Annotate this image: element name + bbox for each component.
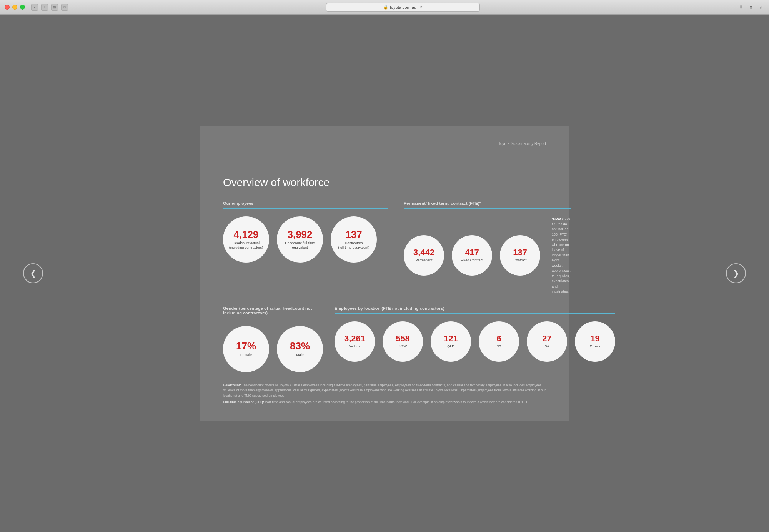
headcount-fte-circle: 3,992 Headcount full-timeequivalent <box>277 216 323 263</box>
expats-circle: 19 Expats <box>575 321 615 362</box>
contractors-circle: 137 Contractors(full-time equivalent) <box>331 216 377 263</box>
female-label: Female <box>240 353 252 357</box>
fte-section: Permanent/ fixed-term/ contract (FTE)* 3… <box>404 201 571 294</box>
fte-note: *Note these figures do not include 133 (… <box>552 216 571 294</box>
list-item: 137 Contract <box>500 235 540 276</box>
location-heading: Employees by location (FTE not including… <box>335 306 615 311</box>
sa-number: 27 <box>542 334 551 343</box>
sa-label: SA <box>544 344 549 349</box>
bookmark-icon[interactable]: ☆ <box>757 4 764 11</box>
nsw-label: NSW <box>399 344 407 349</box>
footer-note-fte: Full-time equivalent (FTE): Part-time an… <box>223 400 546 405</box>
url-bar[interactable]: 🔒 toyota.com.au ↺ <box>326 3 480 12</box>
minimize-button[interactable] <box>12 5 17 10</box>
contract-circle: 137 Contract <box>500 235 540 276</box>
fte-circles: 3,442 Permanent 417 Fixed Contract <box>404 216 571 294</box>
fte-heading-bold: Permanent/ fixed-term/ contract (FTE)* <box>404 201 481 206</box>
employees-heading-bold: Our employees <box>223 201 253 206</box>
top-sections: Our employees 4,129 Headcount actual(inc… <box>223 201 546 294</box>
browser-area: ❮ Toyota Sustainability Report Overview … <box>0 15 769 532</box>
share-icon[interactable]: ⬆ <box>747 4 754 11</box>
footer-note-headcount: Headcount: The headcount covers all Toyo… <box>223 383 546 399</box>
qld-circle: 121 QLD <box>431 321 471 362</box>
gender-circles: 17% Female 83% Male <box>223 326 323 372</box>
home-button[interactable]: □ <box>61 4 68 11</box>
list-item: 3,992 Headcount full-timeequivalent <box>277 216 323 263</box>
female-number: 17% <box>236 341 256 352</box>
fixed-contract-circle: 417 Fixed Contract <box>452 235 492 276</box>
expats-label: Expats <box>590 344 601 349</box>
titlebar-actions: ⬇ ⬆ ☆ <box>737 4 764 11</box>
male-number: 83% <box>290 341 310 352</box>
male-circle: 83% Male <box>277 326 323 372</box>
list-item: 83% Male <box>277 326 323 372</box>
gender-heading: Gender (percentage of actual headcount n… <box>223 306 323 315</box>
victoria-number: 3,261 <box>344 334 365 343</box>
location-divider <box>335 313 615 314</box>
prev-button[interactable]: ❮ <box>23 263 43 283</box>
list-item: 3,261 Victoria <box>335 321 375 362</box>
list-item: 121 QLD <box>431 321 471 362</box>
reload-icon: ↺ <box>419 5 423 9</box>
fte-heading: Permanent/ fixed-term/ contract (FTE)* <box>404 201 571 206</box>
permanent-circle: 3,442 Permanent <box>404 235 444 276</box>
refresh-button[interactable]: ⊡ <box>51 4 58 11</box>
nsw-circle: 558 NSW <box>383 321 423 362</box>
list-item: 6 NT <box>479 321 519 362</box>
report-label: Toyota Sustainability Report <box>223 141 546 146</box>
gender-section: Gender (percentage of actual headcount n… <box>223 306 323 372</box>
fixed-contract-label: Fixed Contract <box>461 258 483 263</box>
contract-number: 137 <box>513 248 527 257</box>
contract-label: Contract <box>513 258 526 263</box>
maximize-button[interactable] <box>20 5 25 10</box>
qld-number: 121 <box>444 334 458 343</box>
nsw-number: 558 <box>396 334 410 343</box>
headcount-actual-circle: 4,129 Headcount actual(including contrac… <box>223 216 269 263</box>
victoria-circle: 3,261 Victoria <box>335 321 375 362</box>
permanent-label: Permanent <box>415 258 432 263</box>
gender-divider <box>223 318 300 318</box>
contractors-number: 137 <box>345 229 362 240</box>
nt-label: NT <box>497 344 501 349</box>
sa-circle: 27 SA <box>527 321 567 362</box>
list-item: 17% Female <box>223 326 269 372</box>
fixed-contract-number: 417 <box>465 248 479 257</box>
employees-circles: 4,129 Headcount actual(including contrac… <box>223 216 388 263</box>
list-item: 137 Contractors(full-time equivalent) <box>331 216 377 263</box>
list-item: 558 NSW <box>383 321 423 362</box>
next-button[interactable]: ❯ <box>726 263 746 283</box>
headcount-actual-label: Headcount actual(including contractors) <box>229 241 263 250</box>
list-item: 3,442 Permanent <box>404 235 444 276</box>
nav-controls: ‹ › ⊡ □ <box>31 4 68 11</box>
location-heading-bold: Employees by location <box>335 306 380 311</box>
bottom-row: Gender (percentage of actual headcount n… <box>223 306 546 372</box>
female-circle: 17% Female <box>223 326 269 372</box>
expats-number: 19 <box>590 334 599 343</box>
nt-number: 6 <box>496 334 501 343</box>
list-item: 4,129 Headcount actual(including contrac… <box>223 216 269 263</box>
lock-icon: 🔒 <box>383 5 388 10</box>
victoria-label: Victoria <box>349 344 361 349</box>
footer-notes: Headcount: The headcount covers all Toyo… <box>223 383 546 405</box>
headcount-actual-number: 4,129 <box>233 229 258 240</box>
url-text: toyota.com.au <box>390 5 416 10</box>
gender-heading-bold: Gender <box>223 306 238 311</box>
titlebar: ‹ › ⊡ □ 🔒 toyota.com.au ↺ ⬇ ⬆ ☆ <box>0 0 769 15</box>
nt-circle: 6 NT <box>479 321 519 362</box>
employees-divider <box>223 208 388 209</box>
page-title: Overview of workforce <box>223 176 546 189</box>
employees-heading: Our employees <box>223 201 388 206</box>
location-section: Employees by location (FTE not including… <box>335 306 615 372</box>
bottom-sections: Gender (percentage of actual headcount n… <box>223 306 546 372</box>
contractors-label: Contractors(full-time equivalent) <box>338 241 369 250</box>
download-icon[interactable]: ⬇ <box>737 4 744 11</box>
back-button[interactable]: ‹ <box>31 4 38 11</box>
forward-button[interactable]: › <box>41 4 48 11</box>
prev-icon: ❮ <box>30 269 37 278</box>
permanent-number: 3,442 <box>413 248 434 257</box>
fte-divider <box>404 208 571 209</box>
content-card: Toyota Sustainability Report Overview of… <box>200 126 569 421</box>
list-item: 19 Expats <box>575 321 615 362</box>
close-button[interactable] <box>5 5 10 10</box>
list-item: 417 Fixed Contract <box>452 235 492 276</box>
